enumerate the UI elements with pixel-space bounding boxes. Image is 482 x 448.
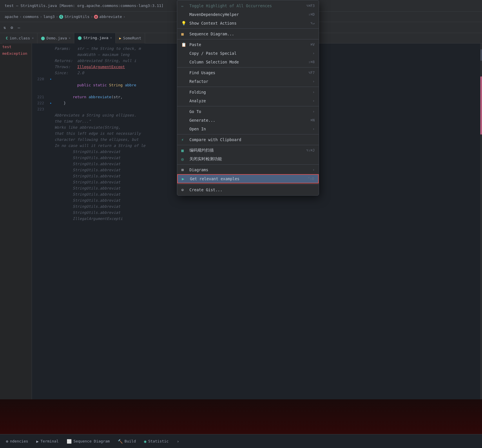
status-bar: ⊕ ndencies ▶ Terminal ⬜ Sequence Diagram… [0, 434, 482, 448]
compare-icon: ⚡ [181, 137, 187, 142]
sidebar-exception-label: meException [0, 50, 32, 57]
sequence-icon: ⬜ [67, 439, 72, 444]
menu-sep-1 [177, 28, 319, 29]
menu-label-get-examples: Get relevant examples [190, 176, 303, 181]
breadcrumb-abbreviate[interactable]: m abbreviate [94, 14, 122, 19]
scan-icon: ▦ [181, 148, 187, 153]
tab-icon-run: ▶ [119, 36, 121, 40]
menu-label-code-scan: 编码规约扫描 [189, 148, 302, 153]
menu-shortcut-toggle-highlight: ⌥⌘F3 [306, 4, 315, 8]
tab-somerun[interactable]: ▶ SomeRunt [116, 33, 145, 43]
editor-line-su10: StringUtils.abbreviat [32, 204, 482, 210]
sidebar-test-label: test [0, 43, 32, 50]
menu-label-sequence-diagram: Sequence Diagram... [189, 32, 315, 36]
menu-sep-3 [177, 67, 319, 68]
toolbar-settings-icon[interactable]: ⚙ [9, 25, 14, 30]
editor-scrollbar-thumb [481, 49, 482, 61]
menu-shortcut-generate: ⌘N [311, 118, 315, 122]
menu-item-column-selection[interactable]: Column Selection Mode ⇧⌘8 [177, 58, 319, 66]
diagrams-arrow-icon: › [313, 168, 315, 172]
refactor-arrow-icon: › [313, 79, 315, 83]
menu-item-compare-clipboard[interactable]: ⚡ Compare with Clipboard [177, 135, 319, 144]
menu-item-refactor[interactable]: Refactor › [177, 77, 319, 86]
menu-item-sequence-diagram[interactable]: ▦ Sequence Diagram... [177, 30, 319, 38]
menu-item-goto[interactable]: Go To › [177, 107, 319, 116]
copy-paste-arrow-icon: › [313, 51, 315, 55]
menu-label-generate: Generate... [189, 118, 306, 123]
menu-item-get-examples[interactable]: ▶ Get relevant examples ^⇧O [177, 174, 319, 183]
menu-item-realtime-disable[interactable]: ◎ 关闭实时检测功能 [177, 155, 319, 163]
menu-shortcut-find-usages: ⌥F7 [308, 71, 315, 75]
menu-label-folding: Folding [189, 90, 310, 94]
menu-item-open-in[interactable]: Open In › [177, 125, 319, 133]
dependencies-icon: ⊕ [6, 439, 8, 444]
menu-label-refactor: Refactor [189, 79, 310, 84]
toolbar-minimize-icon[interactable]: — [17, 25, 21, 30]
menu-shortcut-column-selection: ⇧⌘8 [308, 60, 315, 64]
menu-label-diagrams: Diagrams [189, 167, 310, 172]
menu-item-create-gist[interactable]: ⊙ Create Gist... [177, 185, 319, 194]
status-tab-sequence-diagram[interactable]: ⬜ Sequence Diagram [63, 436, 113, 447]
menu-label-maven-helper: MavenDependencyHelper [189, 12, 304, 17]
menu-label-show-context: Show Context Actions [189, 21, 306, 26]
status-tab-label-build: Build [124, 439, 136, 443]
tab-icon-class: C [6, 36, 8, 40]
menu-sep-2 [177, 39, 319, 39]
menu-shortcut-maven-helper: ⇧⌘D [308, 12, 315, 17]
breadcrumb-apache[interactable]: apache [5, 14, 18, 19]
toolbar-layout-icon[interactable]: ⇅ [2, 25, 7, 30]
menu-item-toggle-highlight[interactable]: ✏️ Toggle Highlight of All Occurrences ⌥… [177, 1, 319, 10]
left-sidebar: test meException [0, 43, 32, 434]
menu-item-analyze[interactable]: Analyze › [177, 96, 319, 105]
menu-item-copy-paste-special[interactable]: Copy / Paste Special › [177, 49, 319, 58]
pencil-icon: ✏️ [181, 3, 187, 8]
terminal-green-icon: ▶ [182, 176, 188, 181]
tab-string-java[interactable]: ⬤ String.java × [74, 33, 116, 43]
tab-demo-java[interactable]: ⬤ Demo.java × [37, 33, 74, 43]
diagrams-icon: ⊞ [181, 167, 187, 172]
menu-label-analyze: Analyze [189, 99, 310, 103]
breadcrumb-lang3[interactable]: lang3 [43, 14, 55, 19]
status-tab-more[interactable]: › [173, 436, 182, 447]
tab-ion-class[interactable]: C ion.class × [2, 33, 37, 43]
menu-shortcut-code-scan: ⌥⇧⌘J [306, 148, 315, 152]
menu-sep-5 [177, 106, 319, 106]
statistic-icon: ◉ [144, 439, 146, 444]
status-tab-build[interactable]: 🔨 Build [114, 436, 139, 447]
bottom-dark-area [0, 399, 482, 434]
status-tab-dependencies[interactable]: ⊕ ndencies [2, 436, 32, 447]
build-icon: 🔨 [118, 439, 123, 444]
circle-off-icon: ◎ [181, 157, 187, 161]
menu-label-compare-clipboard: Compare with Clipboard [189, 137, 315, 142]
menu-item-code-scan[interactable]: ▦ 编码规约扫描 ⌥⇧⌘J [177, 146, 319, 155]
menu-item-generate[interactable]: Generate... ⌘N [177, 116, 319, 125]
tab-close-ion-class[interactable]: × [32, 36, 34, 40]
menu-label-paste: Paste [189, 42, 306, 47]
menu-shortcut-paste: ⌘V [311, 43, 315, 47]
status-tab-statistic[interactable]: ◉ Statistic [141, 436, 172, 447]
breadcrumb-commons[interactable]: commons [23, 14, 39, 19]
menu-shortcut-show-context: ⌥↵ [311, 21, 315, 25]
tab-close-string[interactable]: × [110, 36, 112, 40]
menu-sep-7 [177, 145, 319, 145]
menu-shortcut-get-examples: ^⇧O [308, 177, 314, 181]
status-tab-label-statistic: Statistic [148, 439, 168, 443]
tab-label-somerun: SomeRunt [123, 36, 141, 40]
status-tab-label-terminal: Terminal [41, 439, 59, 443]
paste-icon: 📋 [181, 42, 187, 47]
breadcrumb-stringutils[interactable]: C StringUtils [59, 14, 89, 19]
tab-label-string: String.java [83, 36, 108, 40]
status-tab-terminal[interactable]: ▶ Terminal [33, 436, 62, 447]
editor-line-su11: StringUtils.abbreviat [32, 210, 482, 216]
menu-item-find-usages[interactable]: Find Usages ⌥F7 [177, 68, 319, 77]
menu-item-show-context[interactable]: 💡 Show Context Actions ⌥↵ [177, 19, 319, 28]
menu-item-maven-helper[interactable]: MavenDependencyHelper ⇧⌘D [177, 10, 319, 19]
menu-item-diagrams[interactable]: ⊞ Diagrams › [177, 165, 319, 174]
open-in-arrow-icon: › [313, 127, 315, 131]
gutter-brace-icon: 🔹 [49, 101, 53, 105]
github-icon: ⊙ [181, 187, 187, 192]
menu-item-paste[interactable]: 📋 Paste ⌘V [177, 40, 319, 49]
tab-close-demo[interactable]: × [69, 36, 71, 40]
menu-item-folding[interactable]: Folding › [177, 88, 319, 96]
editor-line-throws: IllegalArgumentExcepti [32, 216, 482, 222]
